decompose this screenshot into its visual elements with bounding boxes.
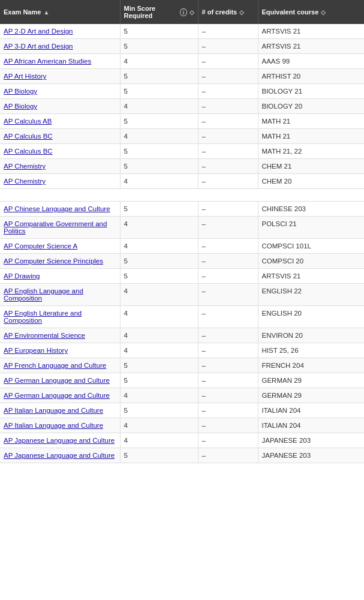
equivalent-cell: GERMAN 29 bbox=[258, 373, 364, 388]
exam-link[interactable]: AP European History bbox=[4, 347, 68, 354]
min-score-cell: 5 bbox=[120, 159, 198, 174]
exam-name-cell: AP English Literature and Composition bbox=[0, 306, 120, 328]
equivalent-cell: ENGLISH 22 bbox=[258, 284, 364, 306]
table-row: AP Calculus AB5–MATH 21 bbox=[0, 114, 364, 129]
exam-link[interactable]: AP Comparative Government and Politics bbox=[4, 220, 107, 235]
header-min-score[interactable]: Min Score Required i ◇ bbox=[120, 0, 198, 24]
exam-link[interactable]: AP Japanese Language and Culture bbox=[4, 437, 115, 444]
equivalent-cell: CHINESE 203 bbox=[258, 202, 364, 217]
sort-down-icon-3: ◇ bbox=[321, 9, 326, 16]
exam-link[interactable]: AP Calculus BC bbox=[4, 148, 53, 155]
credits-cell: – bbox=[198, 306, 258, 328]
exam-link[interactable]: AP 3-D Art and Design bbox=[4, 43, 73, 50]
table-row: AP Computer Science Principles5–COMPSCI … bbox=[0, 254, 364, 269]
exam-link[interactable]: AP German Language and Culture bbox=[4, 377, 110, 384]
exam-link[interactable]: AP Chemistry bbox=[4, 163, 46, 170]
exam-link[interactable]: AP English Language and Composition bbox=[4, 287, 83, 302]
table-row: AP African American Studies4–AAAS 99 bbox=[0, 54, 364, 69]
credits-cell: – bbox=[198, 217, 258, 239]
exam-link[interactable]: AP Drawing bbox=[4, 272, 40, 280]
info-icon[interactable]: i bbox=[180, 8, 186, 16]
table-row: AP German Language and Culture4–GERMAN 2… bbox=[0, 388, 364, 403]
header-exam-name[interactable]: Exam Name ▲ bbox=[0, 0, 120, 24]
credits-cell: – bbox=[198, 448, 258, 463]
equivalent-cell: MATH 21 bbox=[258, 114, 364, 129]
exam-link[interactable]: AP Calculus AB bbox=[4, 118, 52, 125]
table-row: AP Calculus BC4–MATH 21 bbox=[0, 129, 364, 144]
credits-cell: – bbox=[198, 373, 258, 388]
min-score-cell: 5 bbox=[120, 202, 198, 217]
table-row: AP Environmental Science4–ENVIRON 20 bbox=[0, 328, 364, 343]
exam-link[interactable]: AP German Language and Culture bbox=[4, 392, 110, 399]
table-row: AP English Literature and Composition4–E… bbox=[0, 306, 364, 328]
exam-link[interactable]: AP Computer Science Principles bbox=[4, 257, 103, 265]
table-row: AP Italian Language and Culture5–ITALIAN… bbox=[0, 403, 364, 418]
credits-cell: – bbox=[198, 114, 258, 129]
exam-link[interactable]: AP Calculus BC bbox=[4, 133, 53, 140]
exam-link[interactable]: AP Japanese Language and Culture bbox=[4, 452, 115, 459]
equivalent-cell: COMPSCI 20 bbox=[258, 254, 364, 269]
exam-link[interactable]: AP Biology bbox=[4, 103, 37, 110]
header-min-label: Min Score Required bbox=[124, 5, 176, 19]
credits-cell: – bbox=[198, 144, 258, 159]
exam-name-cell: AP Calculus AB bbox=[0, 114, 120, 129]
table-row: AP Japanese Language and Culture5–JAPANE… bbox=[0, 448, 364, 463]
header-exam-label: Exam Name bbox=[4, 8, 41, 16]
credits-cell: – bbox=[198, 202, 258, 217]
exam-link[interactable]: AP Art History bbox=[4, 73, 46, 80]
ap-exam-table: Exam Name ▲ Min Score Required i ◇ # of … bbox=[0, 0, 364, 463]
equivalent-cell: GERMAN 29 bbox=[258, 388, 364, 403]
exam-name-cell: AP Biology bbox=[0, 99, 120, 114]
header-credits[interactable]: # of credits ◇ bbox=[198, 0, 258, 24]
credits-cell: – bbox=[198, 328, 258, 343]
table-row: AP Italian Language and Culture4–ITALIAN… bbox=[0, 418, 364, 433]
min-score-cell: 5 bbox=[120, 358, 198, 373]
exam-name-cell: AP Japanese Language and Culture bbox=[0, 448, 120, 463]
min-score-cell: 5 bbox=[120, 39, 198, 54]
min-score-cell: 5 bbox=[120, 144, 198, 159]
equivalent-cell: ENGLISH 20 bbox=[258, 306, 364, 328]
exam-link[interactable]: AP Italian Language and Culture bbox=[4, 407, 103, 414]
credits-cell: – bbox=[198, 418, 258, 433]
exam-link[interactable]: AP Chinese Language and Culture bbox=[4, 205, 110, 212]
min-score-cell: 5 bbox=[120, 114, 198, 129]
credits-cell: – bbox=[198, 69, 258, 84]
exam-link[interactable]: AP Chemistry bbox=[4, 178, 46, 185]
exam-name-cell: AP Chemistry bbox=[0, 174, 120, 189]
exam-link[interactable]: AP Computer Science A bbox=[4, 242, 77, 250]
credits-cell: – bbox=[198, 388, 258, 403]
exam-name-cell: AP Environmental Science bbox=[0, 328, 120, 343]
credits-cell: – bbox=[198, 403, 258, 418]
table-row: AP Chemistry4–CHEM 20 bbox=[0, 174, 364, 189]
exam-name-cell: AP German Language and Culture bbox=[0, 388, 120, 403]
exam-name-cell: AP 2-D Art and Design bbox=[0, 24, 120, 39]
exam-link[interactable]: AP Biology bbox=[4, 88, 37, 95]
header-equivalent[interactable]: Equivalent course ◇ bbox=[258, 0, 364, 24]
exam-name-cell: AP Biology bbox=[0, 84, 120, 99]
exam-name-cell: AP African American Studies bbox=[0, 54, 120, 69]
exam-link[interactable]: AP English Literature and Composition bbox=[4, 310, 82, 324]
table-row: AP Drawing5–ARTSVIS 21 bbox=[0, 269, 364, 284]
equivalent-cell: MATH 21 bbox=[258, 129, 364, 144]
credits-cell: – bbox=[198, 99, 258, 114]
exam-link[interactable]: AP 2-D Art and Design bbox=[4, 28, 73, 35]
table-row: AP Chinese Language and Culture5–CHINESE… bbox=[0, 202, 364, 217]
exam-name-cell: AP Italian Language and Culture bbox=[0, 418, 120, 433]
credits-cell: – bbox=[198, 39, 258, 54]
exam-name-cell: AP Computer Science Principles bbox=[0, 254, 120, 269]
equivalent-cell: CHEM 21 bbox=[258, 159, 364, 174]
exam-name-cell: AP Italian Language and Culture bbox=[0, 403, 120, 418]
sort-up-icon: ▲ bbox=[43, 9, 49, 16]
exam-name-cell: AP Drawing bbox=[0, 269, 120, 284]
exam-link[interactable]: AP Italian Language and Culture bbox=[4, 422, 103, 429]
exam-link[interactable]: AP Environmental Science bbox=[4, 332, 85, 339]
equivalent-cell: BIOLOGY 20 bbox=[258, 99, 364, 114]
min-score-cell: 4 bbox=[120, 433, 198, 448]
table-row: AP Chemistry5–CHEM 21 bbox=[0, 159, 364, 174]
min-score-cell: 5 bbox=[120, 448, 198, 463]
equivalent-cell: ITALIAN 204 bbox=[258, 403, 364, 418]
min-score-cell: 4 bbox=[120, 174, 198, 189]
exam-link[interactable]: AP French Language and Culture bbox=[4, 362, 106, 369]
exam-name-cell: AP German Language and Culture bbox=[0, 373, 120, 388]
exam-link[interactable]: AP African American Studies bbox=[4, 58, 91, 65]
